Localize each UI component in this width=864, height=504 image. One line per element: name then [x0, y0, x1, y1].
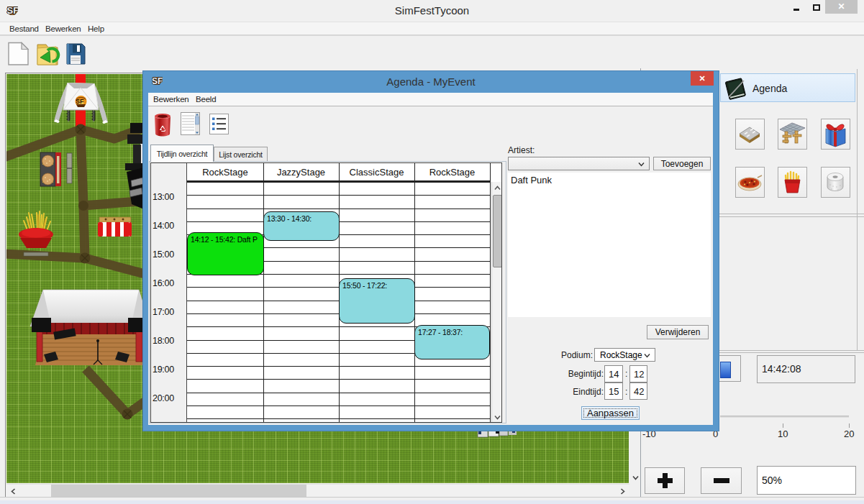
- svg-text:SF: SF: [76, 98, 84, 105]
- svg-text:SF: SF: [152, 76, 163, 86]
- svg-text:SF: SF: [7, 5, 19, 16]
